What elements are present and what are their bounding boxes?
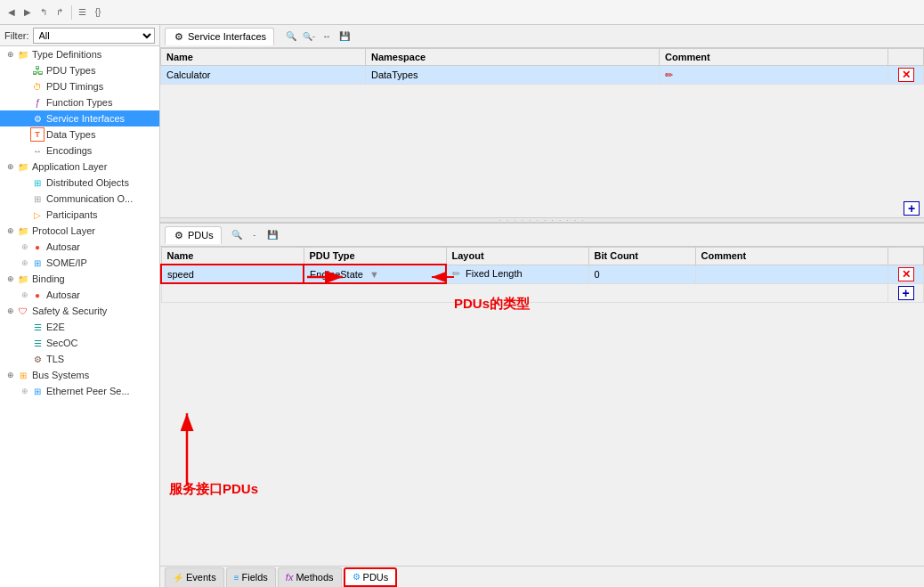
service-table: Name Namespace Comment Calculator — [160, 48, 924, 85]
sidebar-label-encodings: Encodings — [46, 145, 92, 156]
sidebar-label-app-layer: Application Layer — [32, 161, 107, 172]
annotation-type-label: PDUs的类型 — [454, 296, 530, 313]
content-area: ⚙ Service Interfaces 🔍 🔍- ↔ 💾 Name Names… — [160, 25, 924, 587]
filter-label: Filter: — [4, 30, 29, 41]
bottom-tab-methods[interactable]: fx Methods — [278, 567, 342, 587]
sidebar-item-data-types[interactable]: T Data Types — [0, 126, 159, 143]
pdu-zoom-out[interactable]: - — [247, 227, 263, 243]
sidebar-item-pdu-timings[interactable]: ⏱ PDU Timings — [0, 78, 159, 94]
pdu-save[interactable]: 💾 — [264, 227, 280, 243]
events-icon: ⚡ — [173, 573, 183, 583]
folder-icon: 📁 — [16, 47, 30, 61]
pdu-add-btn[interactable]: + — [898, 286, 914, 300]
expand-app[interactable]: ⊕ — [5, 161, 16, 172]
sidebar-label-tls: TLS — [46, 354, 64, 364]
pdu-name-value: speed — [167, 269, 194, 280]
grid-icon[interactable]: ☰ — [75, 5, 89, 20]
sidebar-item-bus-systems[interactable]: ⊕ ⊞ Bus Systems — [0, 367, 159, 383]
back-icon[interactable]: ◀ — [4, 5, 19, 20]
pdu-col-type: PDU Type — [304, 248, 446, 265]
delete-row-btn[interactable]: ✕ — [898, 68, 914, 82]
sidebar-label-func-types: Function Types — [46, 97, 112, 108]
sidebar-item-service-interfaces[interactable]: ⚙ Service Interfaces — [0, 110, 159, 126]
pdu-cell-bitcount: 0 — [588, 265, 695, 283]
sidebar-item-type-def[interactable]: ⊕ 📁 Type Definitions — [0, 46, 159, 62]
annotation-label2: 服务接口PDUs — [169, 481, 258, 496]
bottom-tab-events[interactable]: ⚡ Events — [165, 567, 224, 587]
sidebar-label-data-types: Data Types — [46, 129, 95, 140]
sidebar-item-safety[interactable]: ⊕ 🛡 Safety & Security — [0, 303, 159, 319]
sidebar-label-pdu-types: PDU Types — [46, 65, 95, 76]
data-types-icon: T — [30, 127, 45, 142]
fields-icon: ≡ — [234, 573, 239, 583]
sidebar-item-eth-peer[interactable]: ⊕ ⊞ Ethernet Peer Se... — [0, 383, 159, 399]
tls-icon: ⚙ — [30, 352, 45, 366]
sidebar-item-some-ip[interactable]: ⊕ ⊞ SOME/IP — [0, 255, 159, 271]
tab-service-interfaces[interactable]: ⚙ Service Interfaces — [165, 28, 274, 45]
up-icon[interactable]: ↱ — [53, 5, 67, 20]
sidebar-item-func-types[interactable]: ƒ Function Types — [0, 94, 159, 110]
col-comment: Comment — [660, 49, 888, 66]
filter-select[interactable]: All — [33, 28, 156, 44]
sidebar-item-participants[interactable]: ▷ Participants — [0, 207, 159, 223]
row-name-value: Calculator — [166, 69, 211, 80]
main-layout: Filter: All ⊕ 📁 Type Definitions 🖧 PDU T… — [0, 25, 924, 587]
col-name: Name — [161, 49, 366, 66]
app-folder-icon: 📁 — [16, 159, 30, 174]
zoom-out-btn[interactable]: 🔍- — [301, 29, 317, 45]
sidebar-item-secoc[interactable]: ☰ SecOC — [0, 335, 159, 351]
bottom-tab-fields[interactable]: ≡ Fields — [226, 567, 276, 587]
pdu-delete-btn[interactable]: ✕ — [898, 267, 914, 281]
col-namespace: Namespace — [366, 49, 660, 66]
pdu-cell-comment — [695, 265, 888, 283]
pdu-table-row[interactable]: speed EngineState ▼ ✏ Fixed Length — [161, 265, 924, 283]
pdu-col-bitcount: Bit Count — [588, 248, 695, 265]
forward-icon[interactable]: ▶ — [20, 5, 35, 20]
pdu-tab-pdus[interactable]: ⚙ PDUs — [165, 226, 222, 244]
main-tab-bar: ⚙ Service Interfaces 🔍 🔍- ↔ 💾 — [160, 25, 924, 48]
save-top-btn[interactable]: 💾 — [336, 29, 353, 45]
cell-delete: ✕ — [888, 66, 924, 85]
part-icon: ▷ — [30, 208, 45, 222]
dropdown-arrow[interactable]: ▼ — [369, 269, 379, 280]
sidebar-item-dist-objects[interactable]: ⊞ Distributed Objects — [0, 175, 159, 191]
expand-safety[interactable]: ⊕ — [5, 306, 16, 316]
pdu-col-actions — [888, 248, 924, 265]
sidebar-item-proto-layer[interactable]: ⊕ 📁 Protocol Layer — [0, 223, 159, 239]
bottom-tab-pdus[interactable]: ⚙ PDUs — [344, 567, 398, 587]
table-row[interactable]: Calculator DataTypes ✏ ✕ — [161, 66, 924, 85]
sidebar-item-app-layer[interactable]: ⊕ 📁 Application Layer — [0, 159, 159, 175]
sidebar-item-e2e[interactable]: ☰ E2E — [0, 319, 159, 335]
code-icon[interactable]: {} — [91, 5, 105, 20]
sidebar-item-communication[interactable]: ⊞ Communication O... — [0, 191, 159, 207]
zoom-in-btn[interactable]: 🔍 — [283, 29, 299, 45]
bottom-tabs-bar: ⚡ Events ≡ Fields fx Methods ⚙ PDUs — [160, 566, 924, 587]
sidebar-item-autosar2[interactable]: ⊕ ● Autosar — [0, 287, 159, 303]
sidebar-label-binding: Binding — [32, 273, 65, 284]
pdu-col-layout: Layout — [446, 248, 588, 265]
sidebar-item-binding[interactable]: ⊕ 📁 Binding — [0, 271, 159, 287]
pdu-zoom-in[interactable]: 🔍 — [229, 227, 245, 243]
timing-icon: ⏱ — [30, 79, 45, 94]
autosar2-icon: ● — [30, 288, 45, 302]
add-row-section: + — [160, 200, 924, 217]
expand-bus[interactable]: ⊕ — [5, 370, 16, 380]
expand-binding[interactable]: ⊕ — [5, 273, 16, 284]
annotation-service-pdus: 服务接口PDUs — [169, 481, 258, 498]
home-icon[interactable]: ↰ — [36, 5, 51, 20]
edit-icon[interactable]: ✏ — [665, 69, 673, 80]
sidebar-item-tls[interactable]: ⚙ TLS — [0, 351, 159, 367]
bottom-tab-methods-label: Methods — [296, 572, 333, 583]
sidebar-item-encodings[interactable]: ↔ Encodings — [0, 143, 159, 159]
tree: ⊕ 📁 Type Definitions 🖧 PDU Types ⏱ PDU T… — [0, 46, 159, 399]
add-row-btn[interactable]: + — [904, 201, 920, 216]
sync-btn[interactable]: ↔ — [319, 29, 335, 45]
encoding-icon: ↔ — [30, 143, 45, 158]
sidebar-item-autosar1[interactable]: ⊕ ● Autosar — [0, 239, 159, 255]
sidebar-item-pdu-types[interactable]: 🖧 PDU Types — [0, 62, 159, 78]
expand-type-def[interactable]: ⊕ — [5, 49, 16, 60]
pdu-cell-name: speed — [161, 265, 304, 283]
expand-proto[interactable]: ⊕ — [5, 225, 16, 236]
methods-icon: fx — [286, 572, 294, 583]
some-icon: ⊞ — [30, 256, 45, 270]
